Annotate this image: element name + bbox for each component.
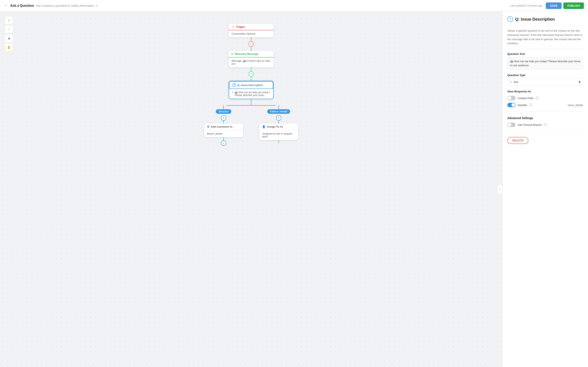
- delete-button[interactable]: DELETE: [507, 137, 528, 144]
- question-icon: ?: [232, 83, 236, 87]
- advanced-section: Advanced Settings Add Timeout Branch ?: [507, 117, 583, 127]
- canvas-toolbar: + − ⊕ ✋: [5, 16, 13, 51]
- welcome-node-body: Message: 🤖 Hi there! Nice to meet you: [229, 58, 274, 67]
- save-response-section: Save Response As Contact Field ? Variabl…: [507, 90, 583, 107]
- failure-label: Failure: Invalid: [267, 109, 290, 114]
- text-type-icon: T: [232, 91, 233, 94]
- pan-tool-button[interactable]: ✋: [5, 43, 13, 51]
- main-layout: + − ⊕ ✋ › ⚡ Trigger Conversation Opened …: [0, 11, 588, 367]
- welcome-node-title: Welcome Message: [235, 52, 258, 55]
- last-updated-text: Last updated 2 minutes ago: [510, 4, 543, 7]
- advanced-settings-label: Advanced Settings: [507, 117, 583, 120]
- comment-node-header: ☰ Add Comment #1: [204, 124, 243, 130]
- contact-field-knob: [508, 96, 511, 100]
- timeout-toggle[interactable]: [507, 123, 516, 127]
- assign-node-header: 👤 Assign To #1: [259, 124, 298, 130]
- question-type-value: Text: [513, 81, 518, 83]
- trigger-node[interactable]: ⚡ Trigger Conversation Opened: [229, 24, 274, 37]
- question-type-section: Question Type T Text ▾: [507, 74, 583, 86]
- line-2b: [251, 77, 251, 81]
- panel-title: Q: Issue Description: [515, 17, 555, 22]
- text-type-icon: T: [510, 81, 512, 84]
- success-add-button[interactable]: +: [221, 115, 226, 121]
- variable-help-icon[interactable]: ?: [529, 103, 532, 107]
- variable-value: issue_details: [568, 104, 583, 107]
- chevron-right-icon: ›: [499, 187, 500, 191]
- connector-2: +: [249, 67, 254, 81]
- save-button[interactable]: SAVE: [546, 2, 562, 9]
- success-line-mid: [223, 121, 224, 124]
- question-text-value[interactable]: 🤖 How can we help you today? Please desc…: [507, 57, 583, 69]
- timeout-help-icon[interactable]: ?: [544, 123, 547, 126]
- edit-icon[interactable]: ✏: [95, 4, 98, 7]
- zoom-out-button[interactable]: −: [5, 25, 13, 33]
- failure-add-button[interactable]: +: [276, 115, 281, 121]
- canvas-area[interactable]: + − ⊕ ✋ › ⚡ Trigger Conversation Opened …: [0, 11, 502, 367]
- success-line-bottom: [223, 137, 224, 141]
- add-button-1[interactable]: +: [249, 42, 254, 47]
- assign-node-title: Assign To #1: [267, 125, 283, 128]
- welcome-message-node[interactable]: ▷ Welcome Message Message: 🤖 Hi there! N…: [229, 51, 274, 67]
- variable-label: Variable: [518, 104, 527, 107]
- assign-node[interactable]: 👤 Assign To #1 Assigned to user in Suppo…: [259, 124, 298, 140]
- comment-node-body: $issue_details: [204, 130, 243, 137]
- success-label: Success: [216, 109, 232, 114]
- right-panel: ? Q: Issue Description Allows a specific…: [502, 11, 588, 367]
- line-2: [251, 67, 251, 71]
- trigger-node-title: Trigger: [236, 25, 245, 28]
- question-text-section: Question Text 🤖 How can we help you toda…: [507, 52, 583, 69]
- success-add-button-2[interactable]: +: [221, 141, 226, 146]
- assign-icon: 👤: [262, 125, 265, 128]
- contact-field-toggle[interactable]: [507, 96, 516, 100]
- divider-1: [507, 25, 583, 25]
- question-type-select[interactable]: T Text ▾: [507, 78, 583, 86]
- line-3: [251, 99, 251, 105]
- fit-view-button[interactable]: ⊕: [5, 34, 13, 42]
- trigger-node-body: Conversation Opened: [229, 30, 274, 37]
- question-type-label: Question Type: [507, 74, 583, 77]
- message-icon: ▷: [232, 52, 233, 55]
- timeout-knob: [508, 123, 511, 127]
- variable-row: Variable ? issue_details: [507, 103, 583, 107]
- contact-field-label: Contact Field: [518, 97, 533, 100]
- question-text-label: Question Text: [507, 52, 583, 55]
- question-node[interactable]: ? Q: Issue Description T 🤖 How can we he…: [229, 81, 274, 99]
- variable-knob: [511, 103, 515, 107]
- save-response-label: Save Response As: [507, 90, 583, 93]
- comment-node-title: Add Comment #1: [211, 125, 233, 128]
- chevron-down-icon: ▾: [579, 80, 580, 84]
- branch-connector-area: Success + ☰ Add Comment #1 $issue_detail…: [204, 99, 298, 146]
- trigger-node-header: ⚡ Trigger: [229, 24, 274, 30]
- question-type-inner: T Text: [510, 81, 518, 84]
- header: ← Ask a Question Ask Contacts a question…: [0, 0, 588, 11]
- question-node-text: 🤖 How can we help you today? Please desc…: [234, 91, 270, 97]
- back-button[interactable]: ←: [4, 3, 8, 8]
- question-node-header: ? Q: Issue Description: [229, 81, 273, 89]
- page-subtitle: Ask Contacts a question to collect infor…: [36, 4, 94, 7]
- failure-line-bottom: [278, 140, 279, 143]
- timeout-label: Add Timeout Branch: [518, 123, 542, 126]
- variable-toggle[interactable]: [507, 103, 516, 107]
- panel-description: Allows a specific question to be sent to…: [507, 29, 583, 46]
- contact-field-row: Contact Field ?: [507, 96, 583, 100]
- trigger-icon: ⚡: [232, 25, 235, 28]
- question-node-body: T 🤖 How can we help you today? Please de…: [229, 89, 273, 99]
- publish-button[interactable]: PUBLISH: [563, 2, 584, 9]
- failure-line-mid: [278, 121, 279, 124]
- failure-branch: Failure: Invalid + 👤 Assign To #1 Assign…: [259, 105, 298, 143]
- contact-field-help-icon[interactable]: ?: [535, 96, 539, 100]
- collapse-panel-button[interactable]: ›: [497, 184, 502, 194]
- h-connector: [227, 105, 276, 106]
- welcome-node-header: ▷ Welcome Message: [229, 51, 274, 58]
- comment-node[interactable]: ☰ Add Comment #1 $issue_details: [204, 124, 243, 137]
- zoom-in-button[interactable]: +: [5, 16, 13, 25]
- panel-title-row: ? Q: Issue Description: [507, 16, 583, 22]
- assign-node-body: Assigned to user in Support team: [259, 130, 298, 140]
- branch-row: Success + ☰ Add Comment #1 $issue_detail…: [204, 105, 298, 146]
- flow-container: ⚡ Trigger Conversation Opened + ▷ Welcom…: [190, 24, 312, 146]
- success-branch: Success + ☰ Add Comment #1 $issue_detail…: [204, 105, 243, 146]
- failure-line-top: [278, 105, 279, 109]
- add-button-2[interactable]: +: [249, 71, 254, 77]
- question-node-title: Q: Issue Description: [237, 83, 263, 87]
- connector-1: +: [249, 37, 254, 51]
